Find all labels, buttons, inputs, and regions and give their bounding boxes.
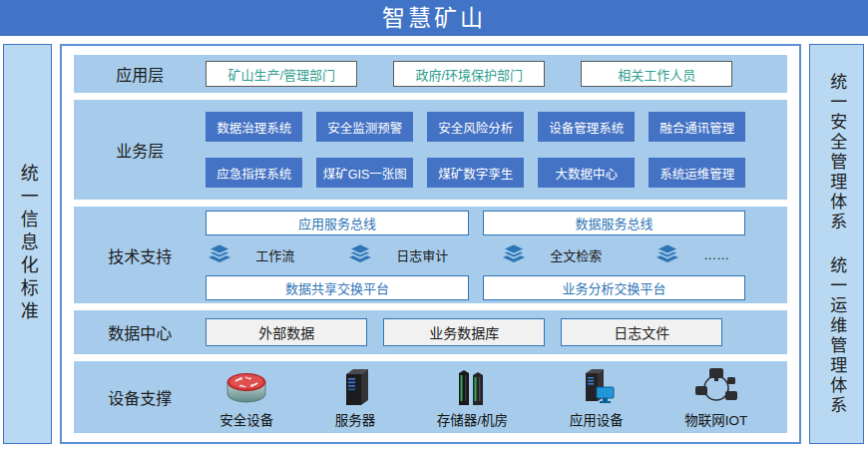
middleware-item: 日志审计 [348, 243, 448, 267]
business-system-button[interactable]: 数据治理系统 [206, 112, 302, 142]
application-box[interactable]: 相关工作人员 [581, 61, 732, 87]
device-label: 服务器 [335, 409, 376, 429]
application-box[interactable]: 矿山生产/管理部门 [206, 61, 357, 87]
device-label: 应用设备 [570, 409, 624, 429]
device-item: 物联网IOT [684, 365, 747, 429]
middleware-item: 工作流 [208, 243, 294, 267]
data-source-box[interactable]: 日志文件 [561, 318, 722, 346]
device-support-layer: 设备支撑 [74, 361, 787, 433]
middleware-item: 全文检索 [502, 243, 602, 267]
iot-network-icon [693, 365, 739, 407]
business-system-button[interactable]: 设备管理系统 [538, 112, 635, 142]
business-system-button[interactable]: 安全风险分析 [427, 112, 524, 142]
device-support-layer-body: 安全设备 服务器 [206, 361, 787, 433]
middleware-label: 日志审计 [396, 245, 448, 264]
business-system-button[interactable]: 安全监测预警 [316, 112, 413, 142]
business-layer-body: 数据治理系统 安全监测预警 安全风险分析 设备管理系统 融合通讯管理 应急指挥系… [206, 100, 787, 200]
application-device-icon [578, 365, 616, 407]
data-center-layer-body: 外部数据 业务数据库 日志文件 [206, 310, 787, 354]
right-pillar-label-security: 统一安全管理体系 [828, 73, 845, 232]
service-bus-box[interactable]: 应用服务总线 [206, 211, 469, 235]
business-system-button[interactable]: 大数据中心 [538, 158, 635, 188]
business-system-button[interactable]: 系统运维管理 [649, 158, 745, 188]
business-layer-label: 业务层 [74, 100, 206, 200]
tech-support-layer-body: 应用服务总线 数据服务总线 工作流 [206, 207, 787, 303]
device-label: 安全设备 [219, 409, 273, 429]
device-label: 物联网IOT [684, 409, 747, 429]
right-pillar: 统一安全管理体系 统一运维管理体系 [809, 44, 864, 444]
right-pillar-label-ops: 统一运维管理体系 [828, 256, 845, 416]
business-system-button[interactable]: 煤矿GIS一张图 [316, 158, 413, 188]
application-box[interactable]: 政府/环境保护部门 [393, 61, 545, 87]
business-system-button[interactable]: 煤矿数字孪生 [427, 158, 524, 188]
device-item: 服务器 [335, 365, 376, 429]
business-layer: 业务层 数据治理系统 安全监测预警 安全风险分析 设备管理系统 融合通讯管理 应… [74, 100, 787, 200]
data-center-layer-label: 数据中心 [74, 310, 206, 354]
data-source-box[interactable]: 业务数据库 [383, 318, 545, 346]
middleware-item: …… [655, 243, 729, 267]
architecture-diagram: 统一信息化标准 应用层 矿山生产/管理部门 政府/环境保护部门 相关工作人员 业… [0, 36, 868, 444]
service-bus-row: 应用服务总线 数据服务总线 [206, 211, 745, 235]
storage-room-icon [455, 365, 489, 407]
layers-icon [208, 243, 231, 267]
application-layer-body: 矿山生产/管理部门 政府/环境保护部门 相关工作人员 [206, 55, 787, 93]
architecture-panel: 应用层 矿山生产/管理部门 政府/环境保护部门 相关工作人员 业务层 数据治理系… [60, 44, 801, 444]
application-layer: 应用层 矿山生产/管理部门 政府/环境保护部门 相关工作人员 [74, 55, 787, 93]
middleware-label: 工作流 [255, 245, 294, 264]
application-layer-label: 应用层 [74, 55, 206, 93]
business-system-button[interactable]: 融合通讯管理 [649, 112, 745, 142]
server-icon [339, 365, 371, 407]
page-title: 智慧矿山 [0, 0, 868, 36]
left-pillar-label: 统一信息化标准 [19, 164, 37, 324]
middleware-row: 工作流 日志审计 [206, 240, 745, 270]
exchange-platform-box[interactable]: 数据共享交换平台 [206, 275, 469, 300]
device-item: 应用设备 [570, 365, 624, 429]
exchange-platform-box[interactable]: 业务分析交换平台 [483, 275, 746, 300]
data-center-layer: 数据中心 外部数据 业务数据库 日志文件 [74, 310, 787, 354]
business-system-button[interactable]: 应急指挥系统 [206, 158, 302, 188]
layers-icon [655, 243, 679, 267]
tech-support-layer: 技术支持 应用服务总线 数据服务总线 [74, 207, 787, 303]
middleware-label: …… [703, 247, 729, 262]
layers-icon [348, 243, 372, 267]
middleware-label: 全文检索 [550, 245, 602, 264]
data-source-box[interactable]: 外部数据 [206, 318, 367, 346]
left-pillar: 统一信息化标准 [3, 44, 52, 444]
device-support-layer-label: 设备支撑 [74, 361, 206, 433]
device-item: 存储器/机房 [437, 365, 508, 429]
service-bus-box[interactable]: 数据服务总线 [483, 211, 746, 235]
tech-support-layer-label: 技术支持 [74, 207, 206, 303]
device-item: 安全设备 [219, 365, 273, 429]
layers-icon [502, 243, 526, 267]
device-label: 存储器/机房 [437, 409, 508, 429]
security-device-icon [223, 365, 269, 407]
exchange-platform-row: 数据共享交换平台 业务分析交换平台 [206, 275, 745, 300]
